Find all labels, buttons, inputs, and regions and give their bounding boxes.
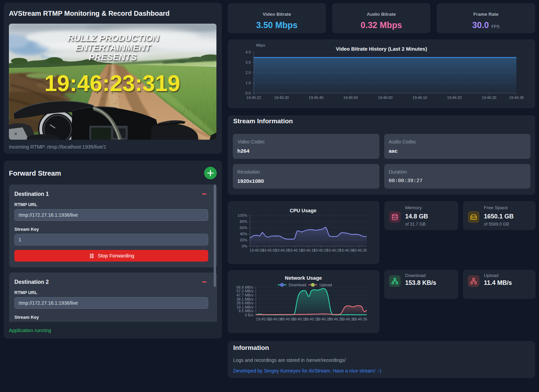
svg-text:19:46:35: 19:46:35 bbox=[352, 248, 367, 252]
svg-text:0%: 0% bbox=[242, 244, 247, 248]
svg-text:Mbps: Mbps bbox=[256, 43, 265, 47]
svg-text:28.6 MB/s: 28.6 MB/s bbox=[236, 301, 253, 305]
svg-text:Network Usage: Network Usage bbox=[285, 275, 322, 281]
svg-text:ENTERTAINMENT: ENTERTAINMENT bbox=[75, 42, 151, 53]
svg-text:19:46:00: 19:46:00 bbox=[262, 248, 277, 252]
svg-text:0 B/s: 0 B/s bbox=[245, 313, 254, 317]
svg-text:CPU Usage: CPU Usage bbox=[290, 208, 316, 213]
svg-text:19:46:30: 19:46:30 bbox=[482, 96, 497, 100]
svg-text:80%: 80% bbox=[240, 219, 247, 224]
svg-text:19:46:05: 19:46:05 bbox=[275, 248, 290, 252]
svg-text:19:46:10: 19:46:10 bbox=[413, 96, 427, 100]
svg-text:38.1 MB/s: 38.1 MB/s bbox=[236, 297, 253, 301]
svg-text:19:46:20: 19:46:20 bbox=[314, 248, 328, 252]
svg-text:47.7 MB/s: 47.7 MB/s bbox=[236, 293, 253, 297]
svg-text:19:46:25: 19:46:25 bbox=[327, 248, 341, 252]
svg-text:3.0: 3.0 bbox=[246, 60, 251, 64]
svg-text:19:46:00: 19:46:00 bbox=[378, 96, 393, 100]
svg-text:4.0: 4.0 bbox=[246, 50, 251, 54]
svg-text:19:45:50: 19:45:50 bbox=[343, 96, 358, 100]
svg-text:19:45:40: 19:45:40 bbox=[309, 96, 324, 100]
svg-text:19:46:38: 19:46:38 bbox=[509, 96, 524, 100]
svg-text:RULLZ PRODUCTION: RULLZ PRODUCTION bbox=[67, 33, 159, 43]
svg-text:PRESENTS: PRESENTS bbox=[89, 52, 137, 62]
svg-text:57.2 MB/s: 57.2 MB/s bbox=[236, 289, 253, 293]
svg-text:Video Bitrate History (Last 2: Video Bitrate History (Last 2 Minutes) bbox=[336, 46, 427, 52]
svg-text:Download: Download bbox=[289, 283, 306, 287]
svg-text:19:45:22: 19:45:22 bbox=[247, 96, 261, 100]
svg-text:66.8 MB/s: 66.8 MB/s bbox=[236, 285, 253, 289]
svg-text:100%: 100% bbox=[238, 213, 247, 217]
svg-text:40%: 40% bbox=[240, 232, 247, 236]
svg-text:19:46:23:319: 19:46:23:319 bbox=[45, 71, 180, 96]
svg-text:20%: 20% bbox=[240, 238, 247, 242]
svg-text:19.1 MB/s: 19.1 MB/s bbox=[236, 305, 253, 309]
svg-text:9.5 MB/s: 9.5 MB/s bbox=[239, 309, 254, 313]
svg-text:19:45:30: 19:45:30 bbox=[274, 96, 289, 100]
svg-text:1.0: 1.0 bbox=[246, 81, 251, 85]
svg-text:2.0: 2.0 bbox=[246, 71, 251, 75]
svg-text:19:46:35: 19:46:35 bbox=[353, 317, 367, 321]
svg-text:0.0: 0.0 bbox=[246, 91, 251, 95]
svg-text:Upload: Upload bbox=[319, 283, 332, 287]
svg-text:60%: 60% bbox=[240, 226, 247, 230]
svg-text:19:46:20: 19:46:20 bbox=[447, 96, 462, 100]
